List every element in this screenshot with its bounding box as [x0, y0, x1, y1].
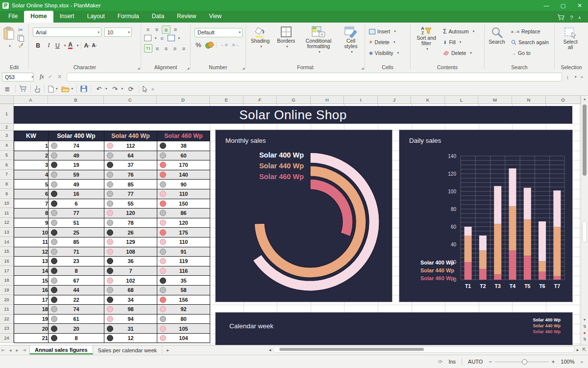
- cell-value[interactable]: 170: [157, 160, 210, 170]
- cell-kw[interactable]: 10: [14, 228, 49, 237]
- cell-value[interactable]: 36: [104, 257, 157, 266]
- font-size-select[interactable]: 10▾: [104, 27, 132, 37]
- ribbon-tab-view[interactable]: View: [202, 11, 228, 23]
- monthly-sales-chart[interactable]: Monthly sales Solar 400 WpSolar 440 WpSo…: [216, 130, 392, 302]
- align-center-button[interactable]: ≡: [162, 45, 170, 52]
- vertical-scroll-thumb[interactable]: [583, 105, 587, 176]
- insert-cells-button[interactable]: Insert▾: [369, 27, 399, 35]
- sidebar-toggle-icon[interactable]: ≣: [3, 84, 12, 93]
- table-row[interactable]: 5498590: [14, 180, 210, 189]
- cell-value[interactable]: 98: [104, 305, 157, 315]
- cell-value[interactable]: 22: [49, 295, 104, 305]
- visibility-button[interactable]: ◉Visibility▾: [369, 49, 399, 57]
- first-sheet-icon[interactable]: ⇤: [0, 345, 7, 355]
- cell-value[interactable]: 7: [104, 266, 157, 276]
- object-mode-icon[interactable]: ⇱: [581, 346, 588, 353]
- scroll-left-icon[interactable]: ◂: [267, 347, 273, 352]
- row-header-15[interactable]: 15: [0, 247, 14, 257]
- bold-button[interactable]: B: [34, 41, 42, 50]
- text-orientation-button[interactable]: T1: [144, 44, 152, 53]
- zoom-level[interactable]: 100%: [561, 359, 574, 365]
- zoom-in-icon[interactable]: +: [552, 359, 555, 365]
- cell-value[interactable]: 110: [157, 189, 210, 199]
- cell-kw[interactable]: 12: [14, 247, 49, 257]
- cell-value[interactable]: 23: [49, 257, 104, 266]
- cell-value[interactable]: 77: [104, 189, 157, 199]
- column-header-M[interactable]: M: [478, 96, 512, 104]
- pointer-icon[interactable]: [143, 85, 148, 92]
- daily-sales-chart[interactable]: Daily sales 020406080100120140T1T2T3T4T5…: [399, 130, 572, 302]
- column-header-F[interactable]: F: [244, 96, 277, 104]
- cell-value[interactable]: 78: [104, 218, 157, 228]
- cell-value[interactable]: 86: [157, 209, 210, 218]
- cell-value[interactable]: 119: [157, 257, 210, 266]
- cell-value[interactable]: 129: [104, 237, 157, 247]
- cell-value[interactable]: 51: [49, 218, 104, 228]
- cell-value[interactable]: 38: [157, 141, 210, 151]
- select-all-button[interactable]: Select all: [561, 26, 580, 50]
- font-color-caret-icon[interactable]: ▾: [77, 44, 79, 48]
- cells-canvas[interactable]: Solar Online Shop KW Solar 400 Wp Solar …: [14, 104, 581, 345]
- shop-cart-icon[interactable]: [557, 14, 565, 21]
- cell-kw[interactable]: 6: [14, 189, 49, 199]
- column-headers[interactable]: ABCDEFGHIJKLMNO: [14, 96, 581, 104]
- column-header-E[interactable]: E: [210, 96, 244, 104]
- sheet-tab-0[interactable]: Annual sales figures: [29, 345, 93, 355]
- chevron-down-icon[interactable]: ▾: [575, 75, 577, 79]
- row-header-13[interactable]: 13: [0, 228, 14, 237]
- select-all-corner[interactable]: [0, 96, 14, 104]
- copy-button[interactable]: [18, 35, 24, 41]
- align-right-button[interactable]: ≡: [171, 45, 179, 52]
- more-options-icon[interactable]: »: [580, 74, 583, 79]
- calendar-week-chart[interactable]: Calendar week Solar 400 WpSolar 440 WpSo…: [216, 313, 572, 345]
- font-color-button[interactable]: A: [68, 42, 73, 49]
- zoom-slider[interactable]: − +: [489, 359, 555, 365]
- cell-value[interactable]: 120: [157, 218, 210, 228]
- ribbon-tab-insert[interactable]: Insert: [53, 11, 81, 23]
- remove-decimal-button[interactable]: .0→: [231, 43, 239, 47]
- confirm-entry-icon[interactable]: ✓: [48, 74, 52, 80]
- table-row[interactable]: 1185129110: [14, 237, 210, 247]
- dialog-launcher-icon[interactable]: ◢: [242, 66, 245, 70]
- align-top-button[interactable]: ≡: [144, 26, 152, 33]
- table-row[interactable]: 31937170: [14, 160, 210, 170]
- touch-mode-icon[interactable]: [34, 85, 41, 93]
- cell-value[interactable]: 59: [49, 170, 104, 180]
- cell-value[interactable]: 12: [104, 333, 157, 343]
- column-header-G[interactable]: G: [277, 96, 311, 104]
- autosum-button[interactable]: ΣAutosum▾: [443, 27, 474, 35]
- table-row[interactable]: 127110891: [14, 247, 210, 257]
- scroll-down-icon[interactable]: ▾: [581, 317, 588, 322]
- save-icon[interactable]: [80, 85, 87, 92]
- ribbon-tab-home[interactable]: Home: [24, 11, 53, 23]
- merge-cells-button[interactable]: [168, 35, 175, 41]
- cell-value[interactable]: 49: [49, 151, 104, 160]
- cell-kw[interactable]: 15: [14, 276, 49, 286]
- border-box-button[interactable]: [144, 35, 151, 41]
- row-header-12[interactable]: 12: [0, 218, 14, 228]
- cell-value[interactable]: 140: [157, 170, 210, 180]
- calc-mode-indicator[interactable]: AUTO: [468, 359, 483, 365]
- table-row[interactable]: 132336119: [14, 257, 210, 266]
- cell-value[interactable]: 25: [49, 228, 104, 237]
- cell-kw[interactable]: 13: [14, 257, 49, 266]
- dialog-launcher-icon[interactable]: ◢: [361, 66, 364, 70]
- insert-function-button[interactable]: fx: [40, 73, 44, 80]
- row-header-11[interactable]: 11: [0, 208, 14, 218]
- zoom-out-icon[interactable]: −: [489, 359, 491, 365]
- row-header-9[interactable]: 9: [0, 189, 14, 199]
- italic-button[interactable]: I: [45, 41, 53, 50]
- cell-value[interactable]: 71: [49, 247, 104, 257]
- column-header-O[interactable]: O: [546, 96, 581, 104]
- formula-input[interactable]: [67, 73, 562, 81]
- cell-value[interactable]: 67: [49, 276, 104, 286]
- table-row[interactable]: 45976140: [14, 170, 210, 180]
- cell-value[interactable]: 16: [49, 189, 104, 199]
- row-header-5[interactable]: 5: [0, 151, 14, 160]
- cell-value[interactable]: 120: [104, 209, 157, 218]
- scroll-right-icon[interactable]: ▸: [575, 347, 581, 352]
- cell-value[interactable]: 104: [157, 333, 210, 343]
- table-row[interactable]: 172234156: [14, 295, 210, 305]
- chevron-down-icon[interactable]: ▾: [122, 87, 123, 91]
- table-row[interactable]: 21812104: [14, 333, 210, 343]
